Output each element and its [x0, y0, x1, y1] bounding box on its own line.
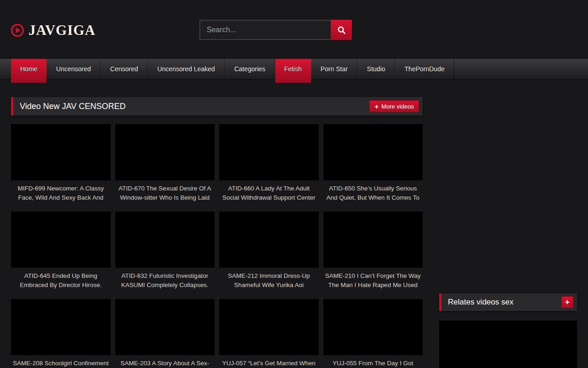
video-thumbnail[interactable] [11, 124, 111, 180]
video-card[interactable]: SAME-208 Schoolgirl Confinement [11, 299, 111, 368]
nav-item-uncensored-leaked[interactable]: Uncensored Leaked [148, 59, 225, 80]
more-videos-label: More videos [381, 103, 414, 110]
video-thumbnail[interactable] [115, 212, 215, 268]
video-thumbnail[interactable] [219, 299, 319, 355]
logo[interactable]: JAVGIGA [11, 22, 96, 39]
video-thumbnail[interactable] [323, 124, 423, 180]
video-title: YUJ-057 “Let’s Get Married When [219, 359, 319, 368]
main-section-header: Video New JAV CENSORED + More videos [11, 97, 423, 115]
video-thumbnail[interactable] [115, 299, 215, 355]
search-form [199, 20, 352, 40]
site-header: JAVGIGA [0, 0, 588, 59]
video-title: SAME-208 Schoolgirl Confinement [11, 359, 111, 368]
video-title: SAME-203 A Story About A Sex- [115, 359, 215, 368]
video-title: SAME-210 I Can’t Forget The Way The Man … [323, 271, 423, 290]
video-thumbnail[interactable] [115, 124, 215, 180]
video-card[interactable]: ATID-660 A Lady At The Adult Social With… [219, 124, 319, 207]
nav-item-porn-star[interactable]: Porn Star [311, 59, 357, 80]
nav-item-uncensored[interactable]: Uncensored [46, 59, 101, 80]
video-card[interactable]: MIFD-699 Newcomer: A Classy Face, Wild A… [11, 124, 111, 207]
nav-item-theporndude[interactable]: ThePornDude [395, 59, 454, 80]
plus-icon: + [374, 103, 379, 110]
sidebar-video-thumbnail[interactable] [439, 321, 577, 368]
video-title: YUJ-055 From The Day I Got [323, 359, 423, 368]
video-title: ATID-660 A Lady At The Adult Social With… [219, 184, 319, 202]
search-icon [337, 26, 346, 34]
video-thumbnail[interactable] [219, 124, 319, 180]
video-title: MIFD-699 Newcomer: A Classy Face, Wild A… [11, 184, 111, 202]
video-title: ATID-670 The Sexual Desire Of A Window-s… [115, 184, 215, 202]
video-card[interactable]: YUJ-055 From The Day I Got [323, 299, 423, 368]
video-thumbnail[interactable] [11, 299, 111, 355]
video-card[interactable]: ATID-645 Ended Up Being Embraced By Dire… [11, 212, 111, 294]
video-card[interactable]: SAME-212 Immoral Dress-Up Shameful Wife … [219, 212, 319, 294]
video-title: SAME-212 Immoral Dress-Up Shameful Wife … [219, 271, 319, 290]
video-card[interactable]: ATID-632 Futuristic Investigator KASUMI … [115, 212, 215, 294]
nav-item-home[interactable]: Home [11, 59, 46, 83]
nav-item-fetish[interactable]: Fetish [275, 59, 311, 83]
main-nav: Home Uncensored Censored Uncensored Leak… [0, 59, 588, 80]
video-card[interactable]: ATID-650 She’s Usually Serious And Quiet… [323, 124, 423, 207]
video-card[interactable]: SAME-203 A Story About A Sex- [115, 299, 215, 368]
play-logo-icon [11, 24, 24, 37]
video-title: ATID-645 Ended Up Being Embraced By Dire… [11, 271, 111, 290]
nav-item-studio[interactable]: Studio [357, 59, 395, 80]
video-title: ATID-632 Futuristic Investigator KASUMI … [115, 271, 215, 290]
sidebar-more-button[interactable]: + [561, 296, 573, 308]
plus-icon: + [565, 298, 570, 307]
video-card[interactable]: ATID-670 The Sexual Desire Of A Window-s… [115, 124, 215, 207]
video-card[interactable]: SAME-210 I Can’t Forget The Way The Man … [323, 212, 423, 294]
video-thumbnail[interactable] [323, 212, 423, 268]
video-title: ATID-650 She’s Usually Serious And Quiet… [323, 184, 423, 202]
main-section-title: Video New JAV CENSORED [13, 102, 125, 111]
video-card[interactable]: YUJ-057 “Let’s Get Married When [219, 299, 319, 368]
video-grid: MIFD-699 Newcomer: A Classy Face, Wild A… [11, 124, 423, 368]
sidebar-section-title: Relates videos sex [441, 298, 514, 307]
more-videos-button[interactable]: + More videos [369, 100, 419, 112]
nav-item-categories[interactable]: Categories [225, 59, 275, 80]
sidebar-section-header: Relates videos sex + [439, 293, 577, 311]
logo-text: JAVGIGA [28, 22, 96, 39]
nav-item-censored[interactable]: Censored [101, 59, 148, 80]
video-thumbnail[interactable] [323, 299, 423, 355]
video-thumbnail[interactable] [219, 212, 319, 268]
video-thumbnail[interactable] [11, 212, 111, 268]
search-input[interactable] [200, 21, 331, 39]
search-button[interactable] [331, 20, 352, 40]
